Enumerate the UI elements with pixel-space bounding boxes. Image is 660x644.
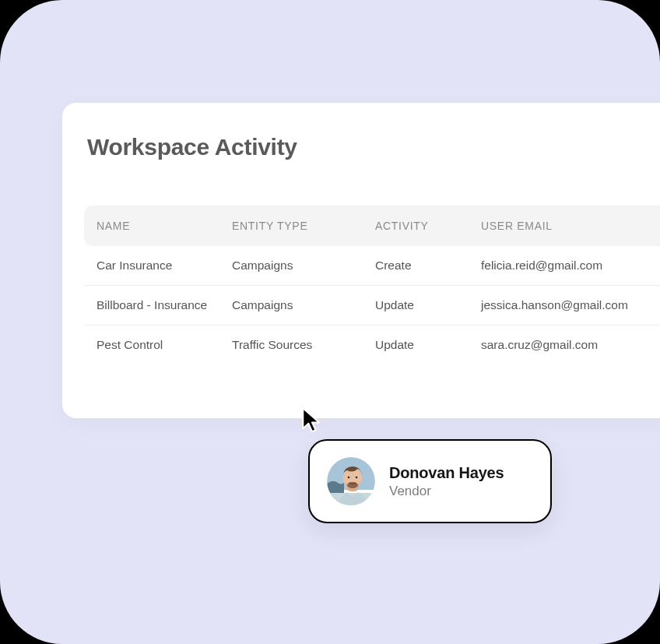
activity-table: NAME ENTITY TYPE ACTIVITY USER EMAIL Car…: [84, 206, 660, 364]
table-header-row: NAME ENTITY TYPE ACTIVITY USER EMAIL: [84, 206, 660, 246]
column-header-user-email: USER EMAIL: [481, 220, 660, 232]
cell-activity: Create: [375, 259, 481, 273]
column-header-activity: ACTIVITY: [375, 220, 481, 232]
cell-name: Pest Control: [84, 338, 232, 352]
cell-name: Billboard - Insurance: [84, 298, 232, 312]
page-title: Workspace Activity: [84, 134, 660, 160]
profile-info: Donovan Hayes Vendor: [389, 464, 504, 499]
column-header-name: NAME: [84, 220, 232, 232]
app-canvas: Workspace Activity NAME ENTITY TYPE ACTI…: [0, 0, 660, 644]
profile-tooltip[interactable]: Donovan Hayes Vendor: [308, 439, 552, 523]
cell-entity-type: Traffic Sources: [232, 338, 375, 352]
cell-activity: Update: [375, 298, 481, 312]
table-row[interactable]: Pest Control Traffic Sources Update sara…: [84, 326, 660, 364]
cell-user-email: jessica.hanson@gmail.com: [481, 298, 660, 312]
avatar: [327, 457, 375, 505]
profile-name: Donovan Hayes: [389, 464, 504, 482]
cell-name: Car Insurance: [84, 259, 232, 273]
column-header-entity-type: ENTITY TYPE: [232, 220, 375, 232]
cell-user-email: sara.cruz@gmail.com: [481, 338, 660, 352]
cell-entity-type: Campaigns: [232, 298, 375, 312]
svg-point-4: [347, 482, 358, 488]
table-row[interactable]: Billboard - Insurance Campaigns Update j…: [84, 286, 660, 326]
cursor-icon: [302, 407, 322, 431]
cell-entity-type: Campaigns: [232, 259, 375, 273]
table-row[interactable]: Car Insurance Campaigns Create felicia.r…: [84, 246, 660, 286]
svg-point-5: [348, 477, 350, 479]
svg-point-6: [356, 477, 358, 479]
activity-card: Workspace Activity NAME ENTITY TYPE ACTI…: [62, 103, 660, 418]
cell-user-email: felicia.reid@gmail.com: [481, 259, 660, 273]
profile-role: Vendor: [389, 484, 504, 499]
cell-activity: Update: [375, 338, 481, 352]
table-body: Car Insurance Campaigns Create felicia.r…: [84, 246, 660, 364]
